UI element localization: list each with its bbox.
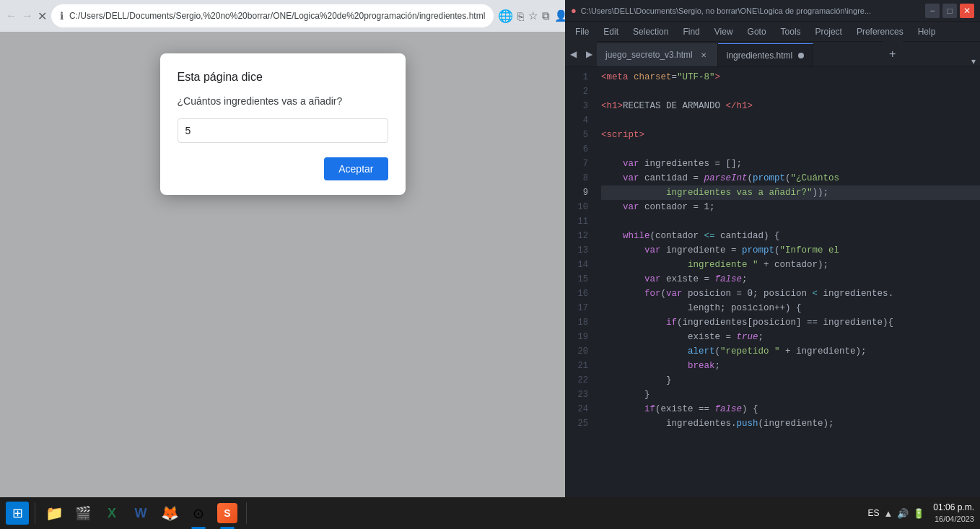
taskbar-word[interactable]: W	[128, 500, 154, 526]
bookmark-button[interactable]: ☆	[528, 6, 538, 26]
taskbar-firefox[interactable]: 🦊	[157, 500, 183, 526]
taskbar-clock[interactable]: 01:06 p.m. 16/04/2023	[933, 502, 974, 525]
code-line-9: ingredientes vas a añadir?"));	[601, 185, 980, 200]
tab1-label: juego_secreto_v3.html	[605, 50, 693, 60]
tab-juego-secreto[interactable]: juego_secreto_v3.html ✕	[597, 43, 718, 66]
network-icon[interactable]: ▲	[883, 508, 893, 519]
line-num-15: 15	[565, 272, 595, 287]
menu-edit[interactable]: Edit	[596, 22, 626, 42]
taskbar-explorer[interactable]: 📁	[41, 500, 67, 526]
line-num-22: 22	[565, 373, 595, 388]
code-line-19: existe = true;	[601, 330, 980, 344]
titlebar-left: ● C:\Users\DELL\Documents\Sergio, no bor…	[571, 5, 871, 16]
excel-icon: X	[108, 506, 116, 521]
taskbar-sublime[interactable]: S	[214, 500, 240, 526]
reload-button[interactable]: ✕	[38, 7, 47, 25]
media-icon: 🎬	[75, 505, 91, 521]
code-line-24: if(existe == false) {	[601, 402, 980, 416]
line-num-24: 24	[565, 402, 595, 416]
line-num-20: 20	[565, 344, 595, 359]
line-num-17: 17	[565, 301, 595, 315]
line-num-19: 19	[565, 330, 595, 344]
line-num-5: 5	[565, 128, 595, 142]
menu-view[interactable]: View	[707, 22, 740, 42]
line-num-12: 12	[565, 229, 595, 243]
code-line-17: length; posicion++) {	[601, 301, 980, 315]
language-indicator[interactable]: ES	[867, 508, 879, 518]
menu-project[interactable]: Project	[808, 22, 849, 42]
browser-window: ← → ✕ ℹ C:/Users/DELL/Documents/Sergio,%…	[0, 0, 565, 529]
line-num-8: 8	[565, 171, 595, 185]
tab2-modified-dot	[798, 53, 804, 58]
start-button[interactable]: ⊞	[6, 502, 29, 525]
code-line-8: var cantidad = parseInt(prompt("¿Cuántos	[601, 171, 980, 185]
code-line-5: <script>	[601, 128, 980, 142]
code-line-14: ingrediente " + contador);	[601, 258, 980, 272]
editor-menubar: File Edit Selection Find View Goto Tools…	[565, 22, 980, 42]
dialog-input[interactable]	[178, 118, 388, 143]
line-num-1: 1	[565, 70, 595, 84]
share-button[interactable]: ⎘	[517, 6, 524, 26]
menu-selection[interactable]: Selection	[626, 22, 675, 42]
accept-button[interactable]: Aceptar	[324, 157, 388, 180]
window-button[interactable]: ⧉	[542, 6, 550, 26]
code-line-20: alert("repetido " + ingrediente);	[601, 344, 980, 359]
menu-help[interactable]: Help	[911, 22, 943, 42]
clock-date: 16/04/2023	[933, 514, 974, 525]
line-num-23: 23	[565, 388, 595, 402]
code-line-11	[601, 214, 980, 229]
lock-icon: ℹ	[60, 10, 64, 22]
taskbar-separator-1	[35, 502, 35, 524]
taskbar-excel[interactable]: X	[99, 500, 125, 526]
menu-preferences[interactable]: Preferences	[849, 22, 911, 42]
tab-nav-right[interactable]: ▶	[581, 41, 597, 66]
code-line-16: for(var posicion = 0; posicion < ingredi…	[601, 287, 980, 301]
tab1-close[interactable]: ✕	[699, 50, 709, 60]
maximize-button[interactable]: □	[942, 4, 957, 18]
volume-icon[interactable]: 🔊	[897, 508, 909, 519]
code-editor[interactable]: <meta charset="UTF-8"> <h1>RECETAS DE AR…	[595, 67, 980, 512]
tab-chevron-down[interactable]: ▾	[971, 56, 980, 66]
taskbar-media[interactable]: 🎬	[70, 500, 96, 526]
menu-find[interactable]: Find	[675, 22, 706, 42]
dialog-box: Esta página dice ¿Cuántos ingredientes v…	[160, 53, 406, 195]
taskbar-system-icons: ES ▲ 🔊 🔋	[867, 508, 924, 519]
taskbar-chrome[interactable]: ⊙	[185, 500, 211, 526]
chrome-icon: ⊙	[193, 505, 204, 522]
editor-tabs: ◀ ▶ juego_secreto_v3.html ✕ ingredientes…	[565, 42, 980, 67]
line-num-25: 25	[565, 416, 595, 431]
editor-window: ● C:\Users\DELL\Documents\Sergio, no bor…	[565, 0, 980, 529]
forward-button[interactable]: →	[22, 7, 33, 25]
code-line-12: while(contador <= cantidad) {	[601, 229, 980, 243]
sublime-icon: S	[217, 503, 237, 523]
word-icon: W	[135, 506, 147, 521]
line-num-3: 3	[565, 99, 595, 113]
address-text: C:/Users/DELL/Documents/Sergio,%20no%20b…	[69, 11, 485, 21]
browser-content: Esta página dice ¿Cuántos ingredientes v…	[0, 32, 565, 529]
tab-add-button[interactable]: +	[883, 41, 903, 66]
code-line-25: ingredientes.push(ingrediente);	[601, 416, 980, 431]
address-bar[interactable]: ℹ C:/Users/DELL/Documents/Sergio,%20no%2…	[51, 4, 494, 27]
editor-close-button[interactable]: ✕	[960, 4, 974, 18]
code-line-10: var contador = 1;	[601, 200, 980, 214]
tab2-label: ingredientes.html	[727, 51, 792, 61]
browser-toolbar: ← → ✕ ℹ C:/Users/DELL/Documents/Sergio,%…	[0, 0, 565, 32]
line-num-10: 10	[565, 200, 595, 214]
line-num-18: 18	[565, 315, 595, 330]
line-num-13: 13	[565, 243, 595, 258]
line-num-2: 2	[565, 84, 595, 99]
minimize-button[interactable]: −	[925, 4, 940, 18]
code-line-6	[601, 142, 980, 157]
menu-goto[interactable]: Goto	[740, 22, 774, 42]
code-line-2	[601, 84, 980, 99]
dialog-title: Esta página dice	[178, 71, 388, 84]
menu-tools[interactable]: Tools	[774, 22, 808, 42]
tab-ingredientes[interactable]: ingredientes.html	[718, 43, 813, 66]
line-numbers: 1 2 3 4 5 6 7 8 9 10 11 12 13 14 15 16 1…	[565, 67, 595, 512]
code-line-13: var ingrediente = prompt("Informe el	[601, 243, 980, 258]
translate-button[interactable]: 🌐	[498, 6, 513, 26]
back-button[interactable]: ←	[6, 7, 17, 25]
code-line-21: break;	[601, 359, 980, 373]
menu-file[interactable]: File	[568, 22, 596, 42]
tab-nav-left[interactable]: ◀	[565, 41, 581, 66]
